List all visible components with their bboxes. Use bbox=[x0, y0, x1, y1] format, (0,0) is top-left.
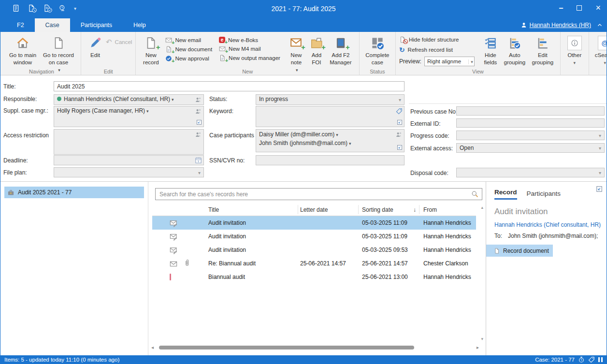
tag-icon[interactable] bbox=[588, 356, 595, 363]
undo-icon bbox=[106, 38, 112, 46]
scroll-left-icon[interactable] bbox=[151, 345, 154, 350]
go-to-record-on-case-button[interactable]: Go to record on case bbox=[40, 34, 77, 73]
new-approval-button[interactable]: New approval bbox=[165, 55, 212, 62]
access-restriction-field[interactable] bbox=[54, 129, 204, 155]
stopwatch-icon[interactable] bbox=[578, 356, 585, 363]
new-email-button[interactable]: New email bbox=[165, 37, 212, 44]
new-m4-mail-button[interactable]: New M4 mail bbox=[219, 45, 280, 52]
column-divider bbox=[358, 205, 359, 214]
file-plan-select[interactable] bbox=[54, 167, 204, 177]
maximize-button[interactable] bbox=[577, 5, 582, 11]
disposal-code-select[interactable] bbox=[456, 168, 605, 177]
calendar-icon[interactable] bbox=[195, 157, 202, 164]
responsible-field[interactable]: Hannah Hendricks (Chief consultant, HR) bbox=[54, 94, 204, 105]
expand-field-icon[interactable] bbox=[397, 119, 403, 125]
caret-down-icon[interactable] bbox=[170, 96, 174, 102]
external-access-select[interactable]: Open bbox=[456, 143, 605, 153]
scroll-up-icon[interactable] bbox=[481, 205, 483, 210]
go-to-main-window-button[interactable]: Go to main window bbox=[6, 34, 40, 66]
suppl-case-mgr-field[interactable]: Holly Rogers (Case manager, HR) bbox=[54, 106, 204, 127]
draft-email-icon bbox=[170, 247, 177, 254]
refresh-record-list-button[interactable]: Refresh record list bbox=[399, 46, 480, 54]
tab-f2[interactable]: F2 bbox=[6, 18, 35, 32]
new-record-button[interactable]: New record bbox=[139, 34, 162, 66]
preview-select[interactable]: Right alignme bbox=[424, 57, 475, 66]
tag-icon[interactable] bbox=[396, 108, 403, 115]
pencil-icon bbox=[89, 35, 101, 51]
expand-preview-icon[interactable] bbox=[596, 186, 603, 192]
tab-help[interactable]: Help bbox=[123, 18, 157, 32]
other-button[interactable]: Other bbox=[564, 34, 585, 66]
tab-record[interactable]: Record bbox=[494, 189, 517, 200]
scroll-right-icon[interactable] bbox=[477, 345, 479, 350]
status-select[interactable]: In progress bbox=[256, 94, 405, 105]
horizontal-scrollbar[interactable] bbox=[151, 344, 479, 351]
user-menu[interactable]: Hannah Hendricks (HR) bbox=[520, 18, 591, 32]
new-eboks-button[interactable]: New e-Boks bbox=[219, 37, 280, 43]
column-header-from[interactable]: From bbox=[423, 204, 437, 216]
caret-down-icon[interactable] bbox=[334, 131, 338, 138]
keyword-field[interactable] bbox=[256, 106, 405, 127]
hide-fields-button[interactable]: Hide fields bbox=[480, 34, 501, 66]
caret-down-icon[interactable] bbox=[145, 107, 149, 114]
cancel-button[interactable]: Cancel bbox=[106, 38, 132, 46]
record-row[interactable]: Re: Biannual audit 25-06-2021 14:57 25-0… bbox=[152, 257, 476, 270]
participant-picker-icon[interactable] bbox=[195, 108, 202, 115]
participant-picker-icon[interactable] bbox=[195, 96, 202, 103]
record-row[interactable]: Biannual audit 25-06-2021 13:00 Hannah H… bbox=[152, 270, 476, 284]
collapse-ribbon-button[interactable] bbox=[597, 22, 603, 28]
case-participants-field[interactable]: Daisy Miller (dm@miller.com) John Smith … bbox=[256, 129, 405, 152]
tab-case[interactable]: Case bbox=[35, 18, 70, 32]
scrollbar-thumb[interactable] bbox=[159, 346, 414, 349]
participant-picker-icon[interactable] bbox=[395, 131, 403, 138]
minimize-button[interactable] bbox=[559, 4, 564, 13]
column-divider bbox=[419, 205, 419, 214]
add-foi-button[interactable]: Add FOI bbox=[307, 34, 326, 66]
previous-case-field[interactable] bbox=[456, 106, 605, 116]
caret-down-icon bbox=[399, 97, 401, 102]
record-document-item[interactable]: Record document bbox=[486, 245, 553, 257]
record-search-input[interactable] bbox=[155, 188, 482, 200]
record-row[interactable]: Audit invitation 05-03-2025 11:09 Hannah… bbox=[152, 216, 476, 230]
new-output-manager-button[interactable]: New output manager bbox=[219, 55, 280, 61]
ribbon: Go to main window Go to record on case N… bbox=[0, 32, 607, 75]
sort-descending-icon[interactable] bbox=[413, 204, 416, 216]
caret-down-icon[interactable] bbox=[347, 140, 351, 146]
tree-item-case[interactable]: Audit 2025 2021 - 77 bbox=[4, 187, 144, 198]
hide-folder-structure-button[interactable]: Hide folder structure bbox=[399, 36, 480, 43]
new-note-button[interactable]: New note bbox=[285, 34, 307, 73]
edit-button[interactable]: Edit bbox=[85, 34, 106, 59]
column-header-title[interactable]: Title bbox=[208, 204, 219, 216]
record-row[interactable]: Audit invitation 05-03-2025 11:09 Hannah… bbox=[152, 230, 476, 243]
hide-fields-icon bbox=[484, 35, 497, 51]
window-controls bbox=[559, 3, 601, 13]
csearch-button[interactable]: cSearch bbox=[593, 34, 607, 66]
external-id-field[interactable] bbox=[456, 118, 605, 128]
new-document-button[interactable]: New document bbox=[165, 46, 212, 53]
search-icon[interactable] bbox=[471, 190, 478, 198]
record-list-header: Title Letter date Sorting date From bbox=[152, 204, 476, 216]
case-metadata-form: Title: Responsible: Hannah Hendricks (Ch… bbox=[0, 75, 607, 181]
add-f2-manager-button[interactable]: Add F2 Manager bbox=[326, 34, 356, 66]
participant-picker-icon[interactable] bbox=[195, 131, 202, 138]
column-header-sorting-date[interactable]: Sorting date bbox=[362, 204, 393, 216]
external-id-label: External ID: bbox=[410, 120, 441, 127]
deadline-field[interactable] bbox=[54, 155, 204, 165]
complete-case-button[interactable]: Complete case bbox=[363, 34, 392, 66]
tab-participants[interactable]: Participants bbox=[527, 190, 561, 200]
note-icon bbox=[290, 35, 303, 51]
ssn-cvr-field[interactable] bbox=[256, 155, 405, 165]
record-row[interactable]: Audit invitation 05-03-2025 09:53 Hannah… bbox=[152, 243, 476, 257]
tab-participants[interactable]: Participants bbox=[70, 18, 123, 32]
scroll-down-icon[interactable] bbox=[481, 336, 483, 341]
info-icon bbox=[567, 36, 582, 50]
edit-grouping-button[interactable]: Edit grouping bbox=[529, 34, 557, 66]
expand-field-icon[interactable] bbox=[397, 145, 403, 150]
expand-field-icon[interactable] bbox=[196, 119, 202, 125]
column-header-letter-date[interactable]: Letter date bbox=[300, 204, 328, 216]
auto-grouping-button[interactable]: Auto grouping bbox=[501, 34, 529, 66]
pause-icon[interactable] bbox=[598, 357, 603, 362]
close-button[interactable] bbox=[595, 3, 601, 13]
progress-code-select[interactable] bbox=[456, 131, 605, 140]
case-title-input[interactable] bbox=[54, 81, 405, 91]
